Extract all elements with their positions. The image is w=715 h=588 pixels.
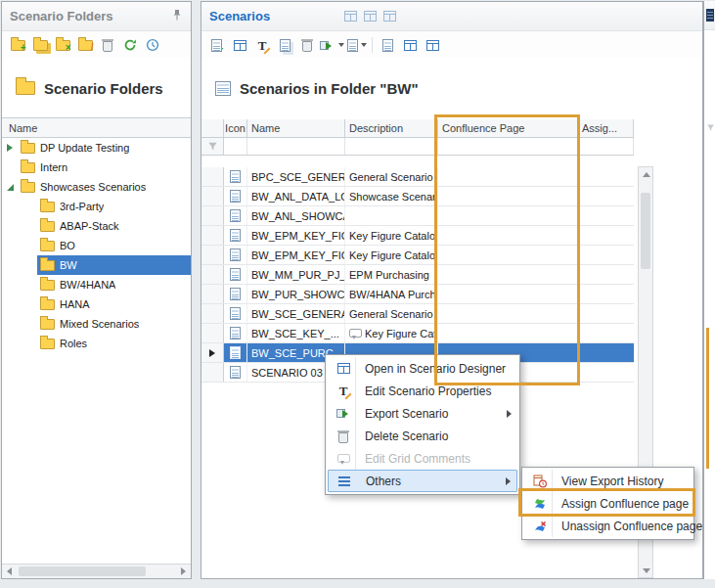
scenario-icon	[230, 229, 241, 242]
export-excel-button[interactable]: ×	[378, 35, 397, 55]
copy-folder-button[interactable]	[30, 35, 50, 55]
table-row-1[interactable]: BPC_SCE_GENERA... General Scenario o...	[201, 167, 634, 187]
export-folder-button[interactable]: ×	[53, 35, 72, 55]
designer-icon	[337, 363, 350, 374]
filter-cell[interactable]	[578, 138, 634, 155]
table-row-8[interactable]: BW_SCE_GENERAL... General Scenario f...	[201, 304, 634, 324]
table-row-6[interactable]: BW_MM_PUR_PJ_01 EPM Purchasing	[201, 265, 634, 285]
menu-item-open-in-scenario-designer[interactable]: Open in Scenario Designer	[328, 357, 517, 380]
rename-folder-button[interactable]: /	[75, 35, 95, 55]
edit-properties-button[interactable]: T	[252, 35, 272, 55]
delete-folder-button[interactable]	[98, 35, 117, 55]
tree-item-bw4hana[interactable]: BW/4HANA	[2, 275, 191, 294]
folder-icon	[21, 162, 35, 173]
export-icon	[320, 41, 329, 50]
new-scenario-button[interactable]: +	[207, 35, 227, 55]
column-header-name[interactable]: Name	[247, 119, 345, 137]
table-row-5[interactable]: BW_EPM_KEY_FIG... Key Figure Catalog	[201, 246, 634, 265]
edit-text-icon: T	[258, 39, 267, 52]
tree-item-abap-stack[interactable]: ABAP-Stack	[2, 216, 191, 236]
scroll-left-button[interactable]	[2, 565, 17, 578]
pin-icon[interactable]	[171, 9, 183, 23]
right-edge-panel	[703, 1, 715, 579]
column-header-confluence-page[interactable]: Confluence Page	[438, 119, 578, 137]
collapse-icon[interactable]	[2, 184, 18, 191]
assign-confluence-icon	[533, 497, 547, 511]
refresh-button[interactable]	[120, 35, 140, 55]
tree-item-bo[interactable]: BO	[2, 236, 191, 255]
menu-item-edit-grid-comments: Edit Grid Comments	[328, 447, 517, 470]
transport-scenario-button[interactable]	[347, 35, 367, 55]
scenarios-titlebar: Scenarios	[201, 2, 702, 31]
table-row-3[interactable]: BW_ANL_SHOWCA...	[201, 206, 634, 226]
copy-scenario-button[interactable]	[275, 35, 294, 55]
scenario-icon	[230, 366, 241, 379]
filter-cell[interactable]	[247, 138, 345, 155]
scroll-down-button[interactable]	[639, 564, 653, 577]
tree-item-dp-update-testing[interactable]: DP Update Testing	[2, 138, 191, 158]
panel-title: Scenarios	[209, 9, 270, 23]
row-indicator-icon	[209, 349, 215, 357]
table-row-7[interactable]: BW_PUR_SHOWCA... BW/4HANA Purcha...	[201, 285, 634, 304]
table-row-4[interactable]: BW_EPM_KEY_FIG... Key Figure Catalog...	[201, 226, 634, 246]
new-folder-button[interactable]: +	[8, 35, 27, 55]
trash-icon	[302, 41, 312, 52]
filter-icon-cell[interactable]	[201, 138, 224, 155]
grid-export-icon	[426, 40, 439, 51]
tree-item-mixed-scenarios[interactable]: Mixed Scenarios	[2, 314, 191, 334]
dropdown-arrow-icon	[361, 43, 367, 47]
submenu-arrow-icon	[506, 477, 511, 485]
folders-horizontal-scrollbar[interactable]	[2, 564, 191, 578]
filter-cell[interactable]	[224, 138, 247, 155]
open-designer-button[interactable]	[230, 35, 249, 55]
folder-icon	[40, 299, 55, 310]
print-view-button[interactable]	[380, 7, 399, 26]
column-header-icon[interactable]: Icon	[224, 119, 247, 137]
scroll-up-button[interactable]	[639, 167, 653, 181]
menu-item-view-export-history[interactable]: View Export History	[524, 470, 692, 492]
filter-cell[interactable]	[438, 138, 578, 155]
menu-item-delete-scenario[interactable]: Delete Scenario	[328, 425, 517, 447]
menu-item-others[interactable]: Others	[328, 470, 517, 492]
new-folder-icon: +	[11, 40, 25, 51]
menu-item-unassign-confluence-page[interactable]: Unassign Confluence page	[524, 515, 692, 537]
table-row-2[interactable]: BW_ANL_DATA_LO... Showcase Scenario...	[201, 187, 634, 206]
transport-icon	[347, 39, 358, 52]
comment-bubble-icon	[349, 329, 362, 338]
export-view-button[interactable]	[360, 7, 380, 26]
tree-item-showcases-scenarios[interactable]: Showcases Scenarios	[2, 177, 191, 197]
tree-item-hana[interactable]: HANA	[2, 294, 191, 314]
menu-item-export-scenario[interactable]: Export Scenario	[328, 402, 517, 425]
scroll-right-button[interactable]	[176, 565, 191, 578]
grid-export-button[interactable]	[423, 35, 442, 55]
tree-item-3rd-party[interactable]: 3rd-Party	[2, 197, 191, 216]
submenu-arrow-icon	[507, 410, 512, 418]
export-scenario-button[interactable]	[320, 35, 344, 55]
grid-view-button[interactable]	[400, 35, 420, 55]
scenario-icon	[230, 307, 241, 320]
column-header-description[interactable]: Description	[345, 119, 438, 137]
tree-item-intern[interactable]: Intern	[2, 158, 191, 177]
grid-layout-button[interactable]	[340, 7, 360, 26]
filter-cell[interactable]	[345, 138, 438, 155]
folders-section-title: Scenario Folders	[44, 80, 163, 97]
validate-button[interactable]	[143, 35, 162, 55]
tree-item-roles[interactable]: Roles	[2, 334, 191, 353]
scrollbar-thumb[interactable]	[19, 566, 146, 576]
table-row-9[interactable]: BW_SCE_KEY_... Key Figure Catalog...	[201, 324, 634, 343]
column-header-assign[interactable]: Assig...	[578, 119, 634, 137]
folder-icon	[40, 280, 55, 291]
tree-item-bw[interactable]: BW	[2, 255, 191, 275]
scrollbar-thumb[interactable]	[641, 193, 650, 269]
menu-item-edit-scenario-properties[interactable]: T Edit Scenario Properties	[328, 380, 517, 402]
name-column-header[interactable]: Name	[2, 118, 191, 138]
folder-icon	[40, 260, 55, 271]
menu-item-assign-confluence-page[interactable]: Assign Confluence page	[524, 492, 692, 515]
folder-icon	[40, 241, 55, 251]
expand-icon[interactable]	[2, 144, 18, 152]
delete-scenario-button[interactable]	[297, 35, 317, 55]
scenarios-section-icon	[215, 81, 231, 96]
scenario-icon	[230, 327, 241, 339]
scenarios-table: Icon Name Description Confluence Page As…	[201, 119, 634, 383]
export-history-icon	[533, 475, 547, 488]
